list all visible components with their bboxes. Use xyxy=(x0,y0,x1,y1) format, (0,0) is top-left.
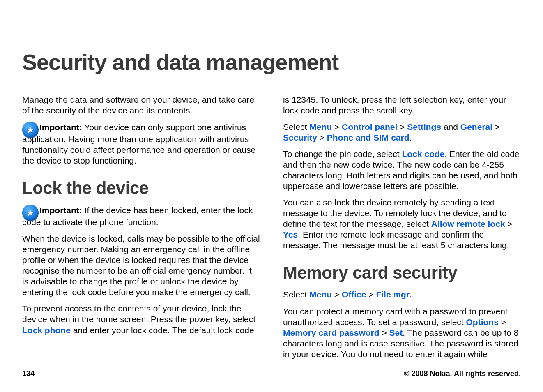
link-settings[interactable]: Settings xyxy=(407,122,441,131)
important-label: Important: xyxy=(39,205,82,215)
text: Select xyxy=(283,122,309,131)
link-file-mgr[interactable]: File mgr. xyxy=(376,290,411,299)
separator: > xyxy=(332,122,342,131)
link-options[interactable]: Options xyxy=(466,317,499,327)
page-footer: 134 © 2008 Nokia. All rights reserved. xyxy=(22,369,521,378)
important-star-icon: ★ xyxy=(22,122,39,138)
link-security[interactable]: Security xyxy=(283,133,317,142)
separator: > xyxy=(505,219,512,228)
memory-card-paragraph: You can protect a memory card with a pas… xyxy=(283,306,521,360)
link-set[interactable]: Set xyxy=(389,328,403,337)
important-note-2: ★Important: If the device has been locke… xyxy=(22,205,260,228)
important-note-1: ★Important: Your device can only support… xyxy=(22,122,260,166)
important-star-icon: ★ xyxy=(22,205,39,221)
column-divider xyxy=(272,93,272,348)
link-lock-code[interactable]: Lock code xyxy=(402,149,445,159)
link-memory-card-password[interactable]: Memory card password xyxy=(283,328,380,337)
text: . Enter the remote lock message and conf… xyxy=(283,230,509,250)
link-menu[interactable]: Menu xyxy=(309,122,332,131)
emergency-paragraph: When the device is locked, calls may be … xyxy=(22,233,260,297)
document-page: Security and data management Manage the … xyxy=(0,0,543,392)
right-column: is 12345. To unlock, press the left sele… xyxy=(272,95,521,365)
separator: > xyxy=(332,290,342,299)
intro-paragraph: Manage the data and software on your dev… xyxy=(22,95,260,116)
two-column-layout: Manage the data and software on your dev… xyxy=(22,95,521,365)
prevent-access-paragraph: To prevent access to the contents of you… xyxy=(22,303,260,335)
link-menu[interactable]: Menu xyxy=(309,290,332,299)
unlock-paragraph: is 12345. To unlock, press the left sele… xyxy=(283,95,521,116)
link-yes[interactable]: Yes xyxy=(283,230,298,239)
separator: > xyxy=(317,133,327,142)
separator: > xyxy=(397,122,407,131)
separator: > xyxy=(499,317,506,327)
text: To prevent access to the contents of you… xyxy=(22,304,255,324)
link-allow-remote-lock[interactable]: Allow remote lock xyxy=(431,219,505,228)
link-phone-and-sim-card[interactable]: Phone and SIM card xyxy=(327,133,410,142)
separator: > xyxy=(366,290,376,299)
link-office[interactable]: Office xyxy=(342,290,366,299)
remote-lock-paragraph: You can also lock the device remotely by… xyxy=(283,197,521,251)
link-lock-phone[interactable]: Lock phone xyxy=(22,325,71,335)
text: and enter your lock code. The default lo… xyxy=(71,325,254,335)
pin-code-paragraph: To change the pin code, select Lock code… xyxy=(283,149,521,191)
copyright-text: © 2008 Nokia. All rights reserved. xyxy=(404,369,521,378)
left-column: Manage the data and software on your dev… xyxy=(22,95,272,365)
link-general[interactable]: General xyxy=(460,122,492,131)
page-title: Security and data management xyxy=(22,49,521,75)
text: Select xyxy=(283,290,309,299)
text: . xyxy=(410,133,412,142)
text: To change the pin code, select xyxy=(283,149,402,159)
heading-lock-the-device: Lock the device xyxy=(22,178,260,199)
separator: > xyxy=(492,122,500,131)
heading-memory-card-security: Memory card security xyxy=(283,262,521,284)
separator: > xyxy=(380,328,389,337)
link-control-panel[interactable]: Control panel xyxy=(342,122,397,131)
nav-path-2: Select Menu > Office > File mgr.. xyxy=(283,289,521,300)
important-label: Important: xyxy=(39,122,82,132)
text: and xyxy=(441,122,460,131)
page-number: 134 xyxy=(22,369,35,378)
nav-path-1: Select Menu > Control panel > Settings a… xyxy=(283,122,521,143)
text: . xyxy=(412,290,414,299)
